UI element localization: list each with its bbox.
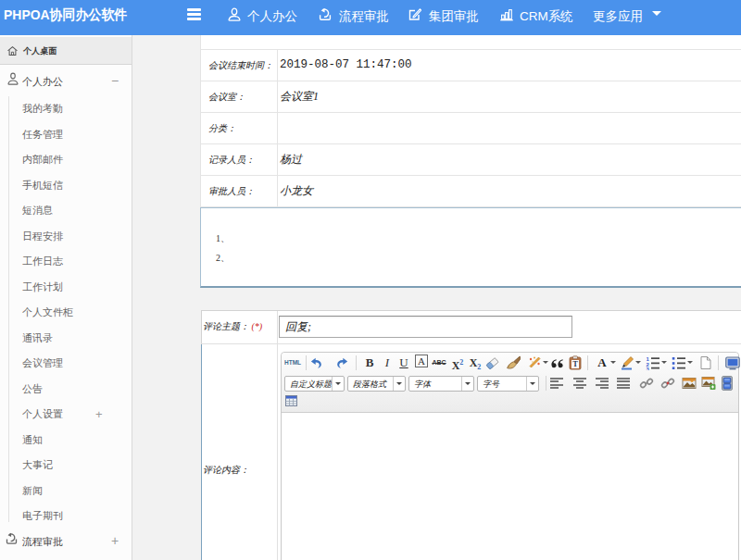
blockquote-button[interactable] bbox=[550, 355, 565, 370]
sidebar-item-announcement[interactable]: 公告 bbox=[0, 377, 132, 403]
user-icon bbox=[228, 7, 241, 21]
fontname-button[interactable]: A bbox=[414, 355, 429, 370]
comment-subject-input[interactable] bbox=[279, 316, 572, 338]
justify-icon[interactable] bbox=[617, 378, 630, 389]
nav-item-personal-office[interactable]: 个人办公 bbox=[228, 0, 300, 35]
italic-button[interactable]: I bbox=[380, 355, 395, 370]
unlink-icon[interactable] bbox=[660, 376, 675, 391]
sidebar-submenu: 我的考勤 任务管理 内部邮件 手机短信 短消息 日程安排 工作日志 工作计划 个… bbox=[0, 96, 132, 529]
font-color-button[interactable]: A bbox=[595, 355, 609, 370]
collapse-icon[interactable]: − bbox=[109, 73, 120, 88]
unordered-list-icon[interactable] bbox=[672, 355, 686, 370]
heading-style-select[interactable]: 自定义标题 bbox=[284, 376, 345, 392]
field-value: 会议室1 bbox=[279, 81, 741, 112]
caret-down-icon[interactable] bbox=[332, 377, 344, 391]
rich-text-editor: HTML B I U A ABC X2 X2 bbox=[281, 352, 739, 560]
meeting-notes-box[interactable]: 1、 2、 bbox=[200, 207, 741, 288]
menu-toggle-icon[interactable] bbox=[187, 8, 201, 21]
format-brush-icon[interactable] bbox=[506, 355, 521, 370]
autotypeset-icon[interactable] bbox=[527, 355, 542, 370]
highlight-pen-icon[interactable] bbox=[620, 355, 634, 370]
nav-label: 流程审批 bbox=[339, 8, 389, 25]
sidebar-item-my-attendance[interactable]: 我的考勤 bbox=[0, 96, 132, 122]
field-value: 2019-08-07 11:47:00 bbox=[279, 50, 741, 81]
user-icon bbox=[7, 72, 19, 85]
nav-item-workflow-approval[interactable]: 流程审批 bbox=[319, 0, 393, 35]
field-label: 审批人员： bbox=[201, 176, 278, 206]
align-right-icon[interactable] bbox=[596, 378, 609, 389]
history-icon bbox=[319, 7, 332, 21]
sidebar-item-work-plan[interactable]: 工作计划 bbox=[0, 275, 132, 301]
paragraph-format-select[interactable]: 段落格式 bbox=[347, 376, 406, 392]
ordered-list-icon[interactable]: 123 bbox=[646, 355, 660, 370]
phpoa-app: PHPOA协同办公软件 个人办公 流程审批 集团审批 CRM系统 bbox=[0, 0, 741, 560]
sidebar-group-workflow-approval[interactable]: 流程审批 + bbox=[0, 529, 132, 555]
sidebar-item-task-management[interactable]: 任务管理 bbox=[0, 122, 132, 148]
underline-button[interactable]: U bbox=[396, 355, 411, 370]
sidebar-item-e-journal[interactable]: 电子期刊 bbox=[0, 504, 132, 529]
nav-item-crm-system[interactable]: CRM系统 bbox=[500, 0, 576, 35]
sidebar-item-internal-mail[interactable]: 内部邮件 bbox=[0, 147, 132, 173]
caret-down-icon[interactable] bbox=[461, 377, 473, 391]
sidebar-group-personal-office[interactable]: 个人办公 − bbox=[0, 69, 132, 95]
caret-down-icon[interactable] bbox=[610, 361, 616, 364]
nav-label: 集团审批 bbox=[429, 8, 479, 25]
expand-icon[interactable]: + bbox=[95, 402, 103, 428]
align-center-icon[interactable] bbox=[573, 378, 586, 389]
caret-down-icon[interactable] bbox=[543, 361, 548, 364]
media-icon[interactable] bbox=[720, 376, 735, 391]
link-icon[interactable] bbox=[639, 376, 654, 391]
redo-icon[interactable] bbox=[335, 355, 350, 370]
field-label: 会议室： bbox=[201, 81, 278, 112]
table-row-approver: 审批人员： 小龙女 bbox=[201, 176, 741, 207]
expand-icon[interactable]: + bbox=[109, 533, 120, 548]
sidebar-item-desktop[interactable]: 个人桌面 bbox=[0, 37, 132, 65]
sidebar-item-personal-settings[interactable]: 个人设置+ bbox=[0, 402, 132, 428]
sidebar-item-notification[interactable]: 通知 bbox=[0, 428, 132, 454]
submenu-indent-line bbox=[8, 96, 9, 522]
sidebar-item-work-diary[interactable]: 工作日志 bbox=[0, 249, 132, 275]
sidebar-item-schedule[interactable]: 日程安排 bbox=[0, 224, 132, 250]
bold-button[interactable]: B bbox=[362, 355, 377, 370]
image-icon[interactable] bbox=[682, 376, 697, 391]
sidebar-item-news[interactable]: 新闻 bbox=[0, 479, 132, 504]
eraser-icon[interactable] bbox=[484, 355, 499, 370]
sidebar-item-contacts[interactable]: 通讯录 bbox=[0, 326, 132, 352]
new-page-icon[interactable] bbox=[698, 355, 713, 370]
caret-down-icon[interactable] bbox=[635, 361, 641, 364]
table-row-category: 分类： bbox=[201, 113, 741, 144]
caret-down-icon[interactable] bbox=[661, 361, 667, 364]
table-icon[interactable] bbox=[285, 395, 300, 410]
align-left-icon[interactable] bbox=[550, 378, 563, 389]
field-label: 会议结束时间： bbox=[201, 50, 278, 81]
sidebar-item-short-message[interactable]: 短消息 bbox=[0, 198, 132, 224]
nav-item-group-approval[interactable]: 集团审批 bbox=[408, 0, 483, 35]
sidebar-item-sms[interactable]: 手机短信 bbox=[0, 173, 132, 199]
editor-content-area[interactable] bbox=[282, 414, 738, 560]
strikethrough-button[interactable]: ABC bbox=[432, 355, 446, 370]
paste-icon[interactable]: T bbox=[568, 355, 583, 370]
toolbar-separator bbox=[356, 355, 357, 370]
superscript-button[interactable]: X2 bbox=[450, 355, 465, 370]
history-icon bbox=[6, 532, 18, 545]
field-value bbox=[279, 113, 741, 143]
svg-text:3: 3 bbox=[647, 367, 650, 371]
home-icon bbox=[7, 45, 18, 56]
caret-down-icon[interactable] bbox=[526, 377, 538, 391]
font-family-select[interactable]: 字体 bbox=[408, 376, 474, 392]
caret-down-icon[interactable] bbox=[393, 377, 405, 391]
nav-label: 更多应用 bbox=[593, 8, 643, 25]
sidebar-item-major-events[interactable]: 大事记 bbox=[0, 453, 132, 479]
insert-image-icon[interactable] bbox=[701, 376, 716, 391]
html-source-button[interactable]: HTML bbox=[283, 355, 302, 370]
svg-text:T: T bbox=[572, 359, 578, 368]
font-size-select[interactable]: 字号 bbox=[477, 376, 539, 392]
nav-item-more-apps[interactable]: 更多应用 bbox=[593, 0, 662, 35]
sidebar-item-meeting-management[interactable]: 会议管理 bbox=[0, 351, 132, 377]
undo-icon[interactable] bbox=[310, 355, 325, 370]
table-row-recorder: 记录人员： 杨过 bbox=[201, 144, 741, 176]
subscript-button[interactable]: X2 bbox=[468, 355, 483, 370]
caret-down-icon[interactable] bbox=[687, 361, 693, 364]
fullscreen-icon[interactable] bbox=[725, 355, 740, 370]
sidebar-item-personal-files[interactable]: 个人文件柜 bbox=[0, 300, 132, 326]
